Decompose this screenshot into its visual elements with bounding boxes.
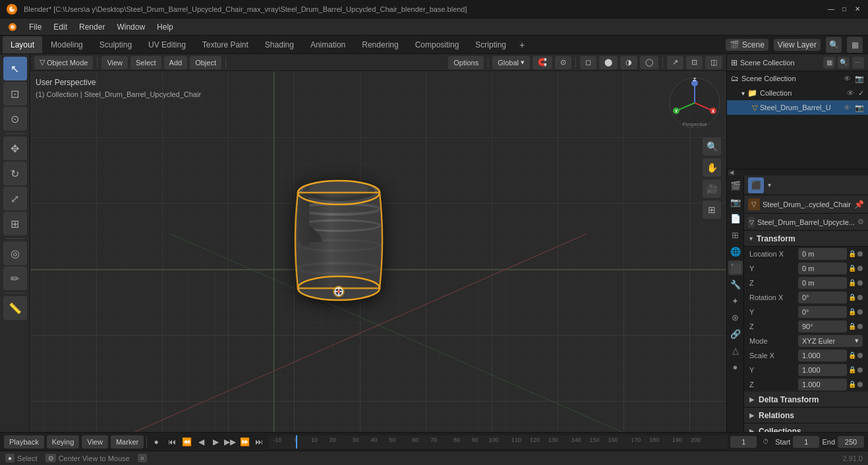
tab-texture-paint[interactable]: Texture Paint <box>194 36 256 53</box>
outliner-scene-collection[interactable]: 🗂 Scene Collection 👁 📷 <box>727 71 868 86</box>
keying-menu[interactable]: Keying <box>47 435 80 449</box>
ortho-view-button[interactable]: ⊞ <box>703 201 721 219</box>
pin-button[interactable]: 📌 <box>854 200 864 209</box>
location-x-value[interactable]: 0 m <box>798 248 847 260</box>
outliner-barrel-obj[interactable]: ▽ Steel_Drum_Barrel_U 👁 📷 <box>727 100 868 115</box>
navigation-gizmo[interactable]: Z X Y Perspective <box>668 77 721 129</box>
tab-scripting[interactable]: Scripting <box>467 36 514 53</box>
collections-header[interactable]: ▶ Collections <box>744 423 868 432</box>
next-keyframe-button[interactable]: ⏩ <box>238 435 251 449</box>
outliner-search-btn[interactable]: 🔍 <box>838 57 850 69</box>
move-tool-button[interactable]: ✥ <box>3 137 27 160</box>
scale-x-lock[interactable]: 🔒 <box>848 352 856 359</box>
collection-render[interactable]: ✓ <box>858 89 864 98</box>
camera-view-button[interactable]: 🎥 <box>703 179 721 198</box>
close-button[interactable]: ✕ <box>852 4 863 15</box>
viewport-canvas[interactable]: User Perspective (1) Collection | Steel_… <box>30 71 726 432</box>
gizmos-toggle[interactable]: ↗ <box>667 56 683 69</box>
view-menu-timeline[interactable]: View <box>82 435 108 449</box>
overlays-toggle[interactable]: ⊡ <box>686 56 703 69</box>
location-x-lock[interactable]: 🔒 <box>848 250 856 257</box>
annotate-line-button[interactable]: ✏ <box>3 266 27 290</box>
prev-frame-button[interactable]: ◀ <box>194 435 208 449</box>
props-physics-icon[interactable]: ⊛ <box>728 310 743 325</box>
tab-rendering[interactable]: Rendering <box>354 36 406 53</box>
circle-select-button[interactable]: ⊙ <box>3 107 27 131</box>
props-object-data-icon[interactable]: △ <box>728 343 743 357</box>
menu-blender[interactable] <box>3 20 22 34</box>
filter-icon-btn[interactable]: ▦ <box>847 37 863 53</box>
tab-modeling[interactable]: Modeling <box>43 36 91 53</box>
props-output-icon[interactable]: 📄 <box>728 211 743 226</box>
measure-tool-button[interactable]: 📏 <box>3 296 27 320</box>
select-tool-button[interactable]: ↖ <box>3 57 27 80</box>
rotation-z-lock[interactable]: 🔒 <box>848 323 856 330</box>
minimize-button[interactable]: — <box>826 4 836 15</box>
obj-visibility[interactable]: 👁 <box>844 104 851 111</box>
keyframe-button[interactable]: ● <box>150 435 163 449</box>
end-frame-input[interactable]: 250 <box>838 436 864 448</box>
props-render-icon[interactable]: 📷 <box>728 195 743 209</box>
options-button[interactable]: Options <box>448 56 484 69</box>
view-menu[interactable]: View <box>101 56 128 69</box>
view-layer-selector[interactable]: View Layer <box>774 39 821 51</box>
scale-x-value[interactable]: 1.000 <box>798 350 847 361</box>
play-button[interactable]: ▶ <box>209 435 222 449</box>
scale-z-value[interactable]: 1.000 <box>798 379 847 390</box>
visibility-icon[interactable]: 👁 <box>844 75 851 82</box>
pan-button[interactable]: ✋ <box>703 158 721 177</box>
location-z-value[interactable]: 0 m <box>798 277 847 289</box>
select-menu[interactable]: Select <box>130 56 161 69</box>
rotation-x-lock[interactable]: 🔒 <box>848 294 856 301</box>
data-settings-icon[interactable]: ⚙ <box>857 218 864 226</box>
panel-collapse-button[interactable]: ◀ <box>727 170 735 175</box>
props-object-icon[interactable]: ⬛ <box>728 261 743 275</box>
menu-render[interactable]: Render <box>74 20 110 34</box>
rotate-tool-button[interactable]: ↻ <box>3 162 27 185</box>
props-constraints-icon[interactable]: 🔗 <box>728 326 743 341</box>
proportional-edit[interactable]: ⊙ <box>555 56 571 69</box>
object-menu[interactable]: Object <box>190 56 221 69</box>
tab-add-button[interactable]: + <box>515 38 529 52</box>
rotation-y-value[interactable]: 0° <box>798 306 847 318</box>
rotation-x-value[interactable]: 0° <box>798 292 847 303</box>
search-icon-btn[interactable]: 🔍 <box>826 37 842 53</box>
add-menu[interactable]: Add <box>164 56 188 69</box>
delta-transform-header[interactable]: ▶ Delta Transform <box>744 392 868 408</box>
props-material-icon[interactable]: ● <box>728 359 743 374</box>
viewport-shading-solid[interactable]: ⬤ <box>599 56 618 69</box>
outliner-filter[interactable]: ▦ <box>823 57 835 69</box>
rotation-y-lock[interactable]: 🔒 <box>848 308 856 315</box>
viewport-shading-wire[interactable]: ◻ <box>580 56 596 69</box>
render-icon[interactable]: 📷 <box>855 75 864 83</box>
location-z-dot[interactable] <box>857 280 863 286</box>
menu-file[interactable]: File <box>24 20 47 34</box>
tab-uv-editing[interactable]: UV Editing <box>140 36 194 53</box>
props-scene-icon[interactable]: 🎬 <box>728 178 743 193</box>
start-frame-input[interactable]: 1 <box>793 436 819 448</box>
snap-button[interactable]: 🧲 <box>533 56 552 69</box>
scale-z-lock[interactable]: 🔒 <box>848 381 856 388</box>
jump-end-button[interactable]: ⏭ <box>252 435 266 449</box>
location-y-value[interactable]: 0 m <box>798 263 847 274</box>
menu-help[interactable]: Help <box>152 20 179 34</box>
transform-section-header[interactable]: ▾ Transform <box>744 231 868 247</box>
frame-strip[interactable]: -10 0 10 20 30 40 50 60 70 80 90 100 110… <box>268 435 728 449</box>
jump-start-button[interactable]: ⏮ <box>165 435 179 449</box>
scale-z-dot[interactable] <box>857 382 863 387</box>
rotation-mode-select[interactable]: XYZ Euler ▾ <box>798 335 863 347</box>
obj-render[interactable]: 📷 <box>855 104 864 112</box>
xray-toggle[interactable]: ◫ <box>705 56 722 69</box>
menu-window[interactable]: Window <box>111 20 150 34</box>
rotation-z-dot[interactable] <box>857 324 863 329</box>
transform-tool-button[interactable]: ⊞ <box>3 212 27 235</box>
viewport-shading-material[interactable]: ◑ <box>620 56 637 69</box>
rotation-z-value[interactable]: 90° <box>798 321 847 332</box>
zoom-in-button[interactable]: 🔍 <box>703 137 721 156</box>
relations-header[interactable]: ▶ Relations <box>744 408 868 423</box>
prev-keyframe-button[interactable]: ⏪ <box>180 435 193 449</box>
annotate-tool-button[interactable]: ◎ <box>3 241 27 265</box>
viewport-shading-render[interactable]: ◯ <box>640 56 658 69</box>
collection-visibility[interactable]: 👁 <box>847 89 854 97</box>
props-modifier-icon[interactable]: 🔧 <box>728 277 743 292</box>
